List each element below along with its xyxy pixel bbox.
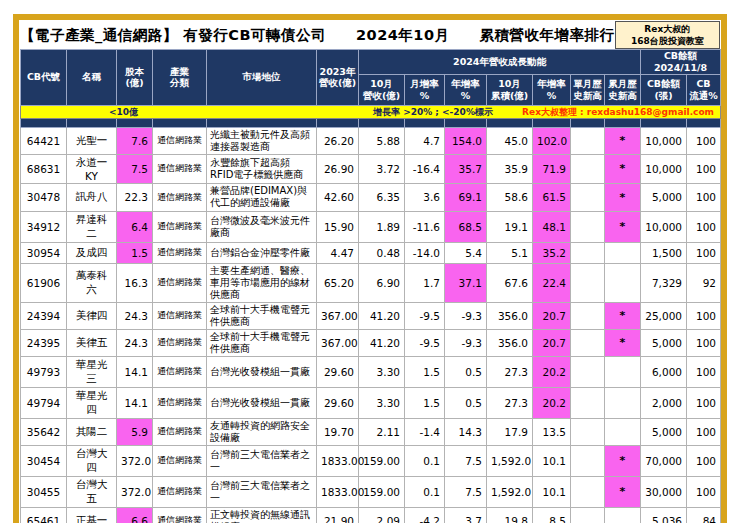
col-header-single-high: 單月歷 史新高: [571, 74, 605, 105]
cell-rev-2023: 15.90: [317, 211, 359, 242]
col-header-capital: 股本 (億): [117, 50, 153, 106]
cell-oct-rev: 2.11: [359, 418, 405, 445]
cell-oct-cum: 27.3: [487, 387, 533, 418]
cell-mom-pct: 1.5: [405, 356, 445, 387]
cell-cb-float-pct: 100: [687, 356, 721, 387]
spacer-cell: [153, 118, 207, 127]
table-row: 49794華星光四14.1通信網路業台灣光收發模組一貫廠29.603.301.5…: [21, 387, 721, 418]
cell-cum-yoy-pct: 22.4: [533, 263, 571, 302]
col-header-oct-rev: 10月 營收(億): [359, 74, 405, 105]
cell-market: 光纖主被動元件及高頻連接器製造商: [207, 127, 317, 154]
cell-cb-balance: 2,000: [641, 387, 687, 418]
cell-cum-yoy-pct: 102.0: [533, 127, 571, 154]
cell-cum-yoy-pct: 35.2: [533, 242, 571, 263]
cell-cum-month-high: *: [605, 476, 641, 507]
cell-capital: 1.5: [117, 242, 153, 263]
table-row: 68631永道一KY7.5通信網路業永豐餘旗下超高頻RFID電子標籤供應商26.…: [21, 154, 721, 183]
cell-yoy-pct: 68.5: [445, 211, 487, 242]
cell-cum-yoy-pct: 20.7: [533, 329, 571, 356]
cell-rev-2023: 367.00: [317, 302, 359, 329]
cell-oct-rev: 159.00: [359, 476, 405, 507]
title-segment-industry: 【電子產業_通信網路】 有發行CB可轉債公司: [20, 26, 326, 45]
cell-cb-balance: 1,500: [641, 242, 687, 263]
cell-name: 其陽二: [67, 418, 117, 445]
cell-capital: 7.6: [117, 127, 153, 154]
cell-single-month-high: [571, 445, 605, 476]
spacer-cell: [405, 118, 445, 127]
cell-name: 華星光四: [67, 387, 117, 418]
cell-cum-month-high: [605, 507, 641, 523]
cell-single-month-high: [571, 302, 605, 329]
cell-single-month-high: [571, 183, 605, 211]
cell-market: 全球前十大手機電聲元件供應商: [207, 302, 317, 329]
cell-industry: 通信網路業: [153, 302, 207, 329]
cell-oct-cum: 1,592.0: [487, 476, 533, 507]
cell-cum-month-high: *: [605, 183, 641, 211]
legend-cell: <10億 增長率 >20% ; <-20%標示 Rex大叔整理 : rexdas…: [21, 105, 721, 118]
cell-mom-pct: -11.6: [405, 211, 445, 242]
cell-single-month-high: [571, 329, 605, 356]
cell-rev-2023: 65.20: [317, 263, 359, 302]
cell-yoy-pct: 7.5: [445, 476, 487, 507]
cell-code: 30455: [21, 476, 67, 507]
cell-market: 主要生產網通、醫療、車用等市場應用的線材供應商: [207, 263, 317, 302]
cell-mom-pct: 3.6: [405, 183, 445, 211]
title-segment-ranking: 累積營收年增率排行: [480, 26, 615, 45]
cell-cb-float-pct: 100: [687, 154, 721, 183]
cell-yoy-pct: 14.3: [445, 418, 487, 445]
spacer-cell: [487, 118, 533, 127]
page-title: 【電子產業_通信網路】 有發行CB可轉債公司 2024年10月 累積營收年增率排…: [20, 21, 615, 49]
cell-mom-pct: -16.4: [405, 154, 445, 183]
cell-oct-cum: 19.8: [487, 507, 533, 523]
cell-single-month-high: [571, 356, 605, 387]
cell-cb-balance: 30,000: [641, 476, 687, 507]
cell-industry: 通信網路業: [153, 418, 207, 445]
cell-code: 65461: [21, 507, 67, 523]
cell-cb-float-pct: 84: [687, 507, 721, 523]
cell-cum-yoy-pct: 71.9: [533, 154, 571, 183]
cell-name: 昇達科二: [67, 211, 117, 242]
table-row: 30454台灣大四372.0通信網路業台灣前三大電信業者之一1833.00159…: [21, 445, 721, 476]
cell-cum-yoy-pct: 13.5: [533, 418, 571, 445]
table-row: 61906萬泰科六16.3通信網路業主要生產網通、醫療、車用等市場應用的線材供應…: [21, 263, 721, 302]
cell-rev-2023: 4.47: [317, 242, 359, 263]
cell-single-month-high: [571, 242, 605, 263]
cell-rev-2023: 29.60: [317, 356, 359, 387]
cell-industry: 通信網路業: [153, 329, 207, 356]
cell-yoy-pct: 7.5: [445, 445, 487, 476]
cell-oct-rev: 6.35: [359, 183, 405, 211]
cell-cb-balance: 7,329: [641, 263, 687, 302]
cell-rev-2023: 26.90: [317, 154, 359, 183]
cell-industry: 通信網路業: [153, 211, 207, 242]
spacer-cell: [67, 118, 117, 127]
cb-companies-table: CB代號 名稱 股本 (億) 產業 分類 市場地位 2023年 營收(億) 20…: [20, 49, 721, 523]
cell-cum-yoy-pct: 48.1: [533, 211, 571, 242]
cell-market: 兼營品牌(EDIMAX)與代工的網通設備廠: [207, 183, 317, 211]
cell-oct-rev: 3.30: [359, 356, 405, 387]
table-row: 34912昇達科二6.4通信網路業台灣微波及毫米波元件廠商15.901.89-1…: [21, 211, 721, 242]
capital-legend: <10億: [109, 105, 138, 118]
col-header-industry: 產業 分類: [153, 50, 207, 106]
cell-cb-float-pct: 92: [687, 263, 721, 302]
cell-name: 華星光三: [67, 356, 117, 387]
cell-name: 美律五: [67, 329, 117, 356]
cell-oct-rev: 41.20: [359, 329, 405, 356]
cell-cb-balance: 5,000: [641, 183, 687, 211]
spacer-cell: [359, 118, 405, 127]
cell-capital: 7.5: [117, 154, 153, 183]
table-row: 35642其陽二5.9通信網路業友通轉投資的網路安全設備廠19.702.11-1…: [21, 418, 721, 445]
spacer-cell: [641, 118, 687, 127]
cell-cum-month-high: *: [605, 302, 641, 329]
cell-oct-cum: 356.0: [487, 302, 533, 329]
group-header-2024-growth: 2024年營收成長動能: [359, 50, 641, 75]
cell-capital: 14.1: [117, 387, 153, 418]
cell-cb-balance: 5,000: [641, 418, 687, 445]
cell-oct-rev: 41.20: [359, 302, 405, 329]
cell-cum-month-high: *: [605, 154, 641, 183]
cell-cb-balance: 25,000: [641, 302, 687, 329]
cell-mom-pct: -4.2: [405, 507, 445, 523]
cell-rev-2023: 1833.00: [317, 476, 359, 507]
brand-line2: 168台股投資教室: [631, 35, 704, 47]
cell-cb-balance: 10,000: [641, 211, 687, 242]
cell-oct-rev: 5.88: [359, 127, 405, 154]
